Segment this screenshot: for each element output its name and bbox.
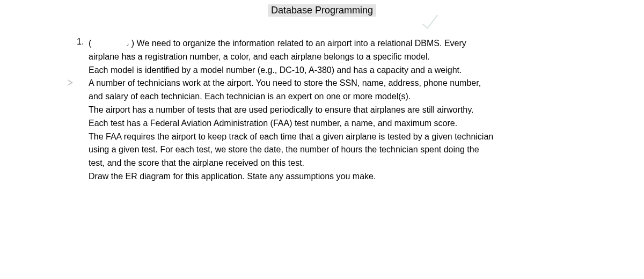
content-area: 1. (٫ ) We need to organize the informat… <box>89 37 494 183</box>
paragraph-1-text: We need to organize the information rela… <box>89 39 466 61</box>
paragraph-4: The airport has a number of tests that a… <box>89 104 494 130</box>
page-title-row: Database Programming <box>0 4 644 17</box>
page-container: Database Programming 1. (٫ ) We need to … <box>0 0 644 183</box>
question-body: (٫ ) We need to organize the information… <box>89 37 494 183</box>
paragraph-1: (٫ ) We need to organize the information… <box>89 37 494 64</box>
paragraph-3: A number of technicians work at the airp… <box>89 77 494 104</box>
small-mark: ٫ <box>127 40 129 47</box>
arrow-icon <box>67 79 74 88</box>
paragraph-5: The FAA requires the airport to keep tra… <box>89 130 494 170</box>
checkmark-icon <box>420 13 441 35</box>
paren-open: ( <box>89 39 91 48</box>
paren-close: ) <box>131 39 134 48</box>
list-number: 1. <box>77 37 84 47</box>
paragraph-2: Each model is identified by a model numb… <box>89 64 494 77</box>
page-title: Database Programming <box>268 4 376 17</box>
paragraph-6: Draw the ER diagram for this application… <box>89 170 494 183</box>
